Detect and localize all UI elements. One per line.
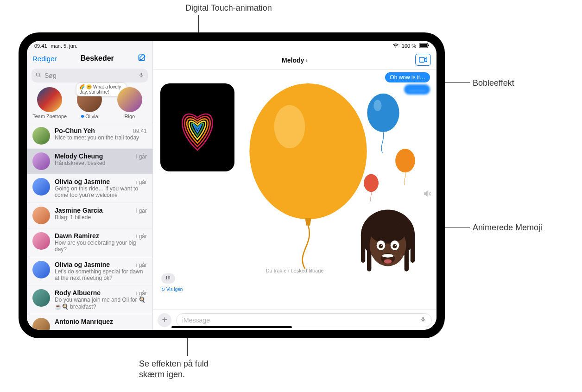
conversation-name: Olivia og Jasmine	[55, 178, 110, 185]
message-input[interactable]: iMessage	[176, 313, 432, 327]
replay-icon: ↻	[161, 287, 165, 292]
sent-message-bubble-effect[interactable]: ………	[404, 84, 430, 95]
svg-point-10	[373, 100, 381, 111]
callout-memoji: Animerede Memoji	[473, 222, 542, 233]
received-message-bubble[interactable]: !!!	[161, 273, 175, 284]
recalled-label: Du trak en besked tilbage	[266, 268, 324, 273]
avatar	[32, 318, 50, 330]
memoji-sticker[interactable]	[353, 206, 423, 276]
svg-rect-31	[423, 317, 424, 320]
svg-rect-17	[411, 232, 415, 263]
sent-message-bubble[interactable]: Oh wow is it…	[385, 72, 430, 82]
conversation-item[interactable]: Dawn Ramirez i går How are you celebrati…	[27, 228, 152, 257]
pinned-contact[interactable]: Team Zoetrope	[32, 87, 67, 119]
plus-button[interactable]: +	[158, 313, 171, 327]
battery-pct: 100 %	[402, 43, 416, 49]
avatar	[32, 207, 50, 224]
conversation-name: Rody Albuerne	[55, 289, 101, 297]
home-indicator[interactable]	[171, 326, 292, 328]
conversation-preview: Bilag: 1 billede	[55, 214, 147, 221]
replay-effect-button[interactable]: ↻ Vis igen	[161, 287, 183, 292]
conversation-time: i går	[136, 179, 147, 185]
digital-touch-message[interactable]	[160, 83, 234, 171]
compose-button[interactable]	[138, 53, 147, 64]
avatar	[32, 261, 50, 278]
svg-point-21	[371, 223, 405, 244]
conversation-name: Melody Cheung	[55, 152, 103, 160]
balloon-red	[361, 174, 381, 202]
edit-button[interactable]: Rediger	[32, 55, 57, 63]
svg-point-7	[249, 83, 367, 219]
conversation-time: i går	[136, 262, 147, 268]
conversation-name: Jasmine Garcia	[55, 207, 103, 214]
unread-dot	[81, 115, 84, 118]
search-icon	[35, 72, 42, 80]
svg-point-9	[367, 94, 399, 132]
balloon-blue	[362, 93, 404, 153]
facetime-button[interactable]	[415, 54, 431, 66]
search-placeholder: Søg	[44, 72, 57, 79]
conversation-name: Antonio Manriquez	[55, 318, 113, 325]
conversation-preview: Nice to meet you on the trail today	[55, 134, 147, 141]
callout-top: Digital Touch-animation	[185, 3, 272, 13]
conversation-time: i går	[136, 233, 147, 240]
conversation-item[interactable]: Melody Cheung i går Håndskrevet besked	[27, 149, 152, 174]
svg-point-25	[392, 244, 397, 248]
svg-point-26	[381, 245, 382, 246]
svg-point-27	[395, 245, 396, 246]
chat-area[interactable]: Oh wow is it… ………	[153, 70, 436, 310]
svg-point-4	[36, 73, 39, 76]
svg-point-11	[395, 149, 415, 172]
conversation-name: Olivia og Jasmine	[55, 261, 110, 268]
conversation-name: Dawn Ramirez	[55, 232, 99, 240]
sidebar: Rediger Beskeder Søg Team Zoetrope	[27, 41, 153, 330]
svg-rect-5	[141, 73, 142, 76]
callout-bubble: Bobleeffekt	[473, 78, 514, 89]
chat-title[interactable]: Melody ›	[282, 57, 308, 64]
conversation-item[interactable]: Rody Albuerne i går Do you wanna join me…	[27, 285, 152, 314]
callout-bottom: Se effekten på fuld skærm igen.	[139, 359, 209, 380]
wifi-icon	[392, 43, 399, 49]
conversation-time: i går	[136, 208, 147, 214]
conversation-item[interactable]: Olivia og Jasmine i går Going on this ri…	[27, 174, 152, 203]
conversation-list[interactable]: Po-Chun Yeh 09.41 Nice to meet you on th…	[27, 123, 152, 330]
chevron-right-icon: ›	[305, 57, 308, 64]
conversation-item[interactable]: Jasmine Garcia i går Bilag: 1 billede	[27, 203, 152, 228]
pinned-name: Team Zoetrope	[32, 114, 67, 119]
search-input[interactable]: Søg	[32, 69, 148, 82]
conversation-preview: How are you celebrating your big day?	[55, 240, 147, 253]
conversation-time: i går	[136, 153, 147, 160]
conversation-item[interactable]: Olivia og Jasmine i går Let's do somethi…	[27, 257, 152, 286]
conversation-name: Po-Chun Yeh	[55, 127, 95, 134]
status-bar: 09.41 man. 5. jun. 100 %	[27, 41, 436, 50]
svg-point-24	[379, 244, 383, 248]
chat-title-label: Melody	[282, 57, 304, 64]
svg-point-30	[384, 259, 392, 263]
avatar	[37, 87, 62, 112]
dictate-icon[interactable]	[139, 72, 144, 80]
conversation-item[interactable]: Antonio Manriquez	[27, 314, 152, 330]
avatar	[117, 87, 142, 112]
sidebar-title: Beskeder	[81, 54, 114, 63]
conversation-time: i går	[136, 290, 147, 297]
avatar	[32, 178, 50, 196]
conversation-time: 09.41	[133, 128, 147, 134]
chat-pane: ••• Melody › Oh wow is it… ………	[153, 41, 436, 330]
pinned-name: Rigo	[125, 114, 135, 119]
message-placeholder: iMessage	[182, 316, 210, 324]
conversation-item[interactable]: Po-Chun Yeh 09.41 Nice to meet you on th…	[27, 123, 152, 149]
dictate-icon[interactable]	[420, 316, 426, 324]
sidebar-header: Rediger Beskeder	[27, 51, 152, 67]
svg-point-8	[274, 105, 305, 148]
pinned-contact[interactable]: Rigo	[113, 87, 147, 119]
heart-icon	[172, 97, 223, 158]
pinned-name: Olivia	[85, 114, 98, 119]
conversation-preview: Let's do something special for dawn at t…	[55, 268, 147, 282]
pinned-row: Team Zoetrope 🌈 😊 What a lovely day, sun…	[27, 86, 152, 123]
avatar	[32, 152, 50, 170]
svg-rect-6	[419, 57, 424, 63]
pinned-contact[interactable]: 🌈 😊 What a lovely day, sunshine! Olivia	[72, 87, 107, 119]
mute-icon[interactable]	[424, 190, 431, 199]
balloon-orange	[392, 148, 418, 185]
battery-icon	[419, 43, 429, 49]
